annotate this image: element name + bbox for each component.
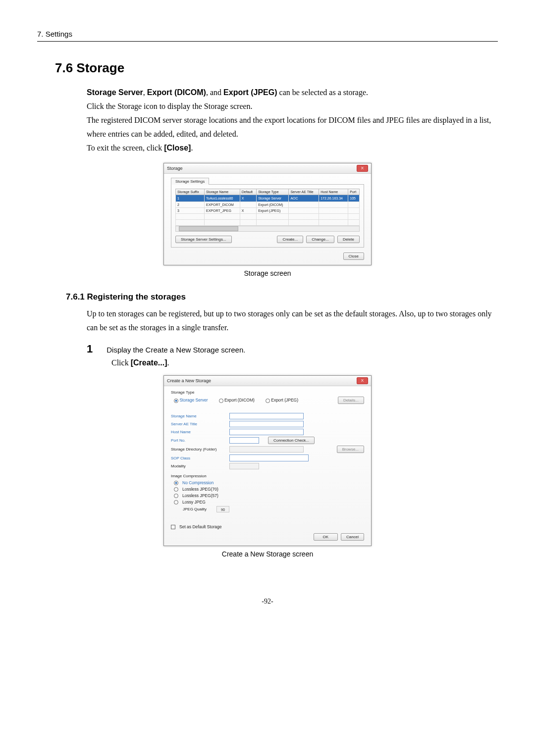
label-modality: Modality — [171, 464, 225, 468]
close-button[interactable]: Close — [343, 252, 364, 260]
scrollbar-horizontal[interactable] — [175, 226, 360, 232]
col-default: Default — [240, 189, 256, 195]
host-name-input[interactable] — [229, 429, 304, 435]
radio-lossless-57[interactable] — [174, 494, 178, 498]
intro-bold-2: Export (DICOM) — [147, 88, 206, 97]
table-row — [176, 220, 360, 226]
page-number: -92- — [37, 598, 498, 605]
col-ae: Server AE Title — [289, 189, 319, 195]
create-storage-dialog: Create a New Storage X Storage Type Stor… — [163, 375, 372, 546]
radio-no-compression[interactable] — [174, 481, 178, 485]
radio-lossy-jpeg[interactable] — [174, 500, 178, 504]
storage-dir-input — [229, 446, 304, 453]
label-sop-class: SOP Class — [171, 456, 225, 460]
browse-button[interactable]: Browse... — [337, 446, 364, 453]
col-port: Port — [348, 189, 360, 195]
ok-button[interactable]: OK — [314, 533, 338, 541]
storage-name-input[interactable] — [229, 413, 304, 419]
port-input[interactable] — [229, 437, 259, 444]
label-jpeg-quality: JPEG Quality — [183, 507, 213, 511]
close-ref: [Close] — [164, 144, 191, 152]
step-title: Display the Create a New Storage screen. — [107, 346, 245, 354]
storage-type-label: Storage Type — [171, 390, 364, 395]
create-dialog-title: Create a New Storage — [167, 378, 211, 383]
storage-table: Storage Suffix Storage Name Default Stor… — [175, 189, 360, 226]
intro-bold-3: Export (JPEG) — [223, 88, 277, 97]
table-row[interactable]: 1 ToAocLossless80 X Storage Server AOC 1… — [176, 195, 360, 202]
label-port-no: Port No. — [171, 438, 225, 443]
label-storage-name: Storage Name — [171, 414, 225, 418]
jpeg-quality-input: 90 — [216, 506, 229, 512]
radio-lossless-70[interactable] — [174, 487, 178, 492]
delete-button[interactable]: Delete — [337, 236, 360, 243]
intro-line3: The registered DICOM server storage loca… — [87, 113, 498, 141]
label-storage-dir: Storage Directory (Folder) — [171, 447, 225, 452]
server-ae-input[interactable] — [229, 421, 304, 427]
col-host: Host Name — [319, 189, 348, 195]
checkbox-default-storage[interactable] — [171, 525, 175, 529]
table-row[interactable]: 3 EXPORT_JPEG X Export (JPEG) — [176, 208, 360, 214]
change-button[interactable]: Change... — [306, 236, 334, 243]
storage-dialog: Storage X Storage Settings Storage Suffi… — [163, 163, 372, 265]
label-server-ae: Server AE Title — [171, 422, 225, 426]
subsection-title: 7.6.1 Registering the storages — [66, 292, 498, 302]
col-type: Storage Type — [257, 189, 289, 195]
create-ref: [Create...] — [131, 358, 167, 367]
close-icon[interactable]: X — [357, 165, 368, 172]
create-screen-caption: Create a New Storage screen — [37, 550, 498, 558]
connection-check-button[interactable]: Connection Check... — [268, 437, 315, 444]
section-title: 7.6 Storage — [55, 60, 498, 76]
storage-server-settings-button[interactable]: Storage Server Settings... — [175, 236, 232, 243]
create-button[interactable]: Create... — [277, 236, 303, 243]
close-icon[interactable]: X — [357, 377, 368, 384]
details-button[interactable]: Details... — [338, 397, 364, 404]
radio-export-dicom[interactable] — [219, 399, 223, 403]
page-header: 7. Settings — [37, 30, 498, 42]
chapter-label: 7. Settings — [37, 30, 72, 38]
cancel-button[interactable]: Cancel — [341, 533, 364, 541]
storage-screen-caption: Storage screen — [37, 269, 498, 277]
radio-storage-server[interactable] — [174, 399, 178, 403]
intro-bold-1: Storage Server — [87, 88, 143, 97]
tab-storage-settings[interactable]: Storage Settings — [171, 178, 209, 185]
storage-dialog-title: Storage — [167, 166, 183, 171]
step-number: 1 — [87, 343, 93, 355]
intro-line2: Click the Storage icon to display the St… — [87, 100, 498, 113]
col-suffix: Storage Suffix — [176, 189, 205, 195]
intro-block: Storage Server, Export (DICOM), and Expo… — [87, 86, 498, 155]
table-row[interactable]: 2 EXPORT_DICOM Export (DICOM) — [176, 202, 360, 208]
compression-header: Image Compression — [171, 474, 364, 478]
scroll-thumb[interactable] — [179, 226, 238, 231]
sop-class-select[interactable] — [229, 454, 309, 461]
col-name: Storage Name — [205, 189, 240, 195]
modality-input — [229, 463, 259, 469]
subsection-body: Up to ten storages can be registered, bu… — [87, 307, 498, 335]
table-row — [176, 214, 360, 220]
label-host-name: Host Name — [171, 430, 225, 434]
radio-export-jpeg[interactable] — [266, 399, 270, 403]
